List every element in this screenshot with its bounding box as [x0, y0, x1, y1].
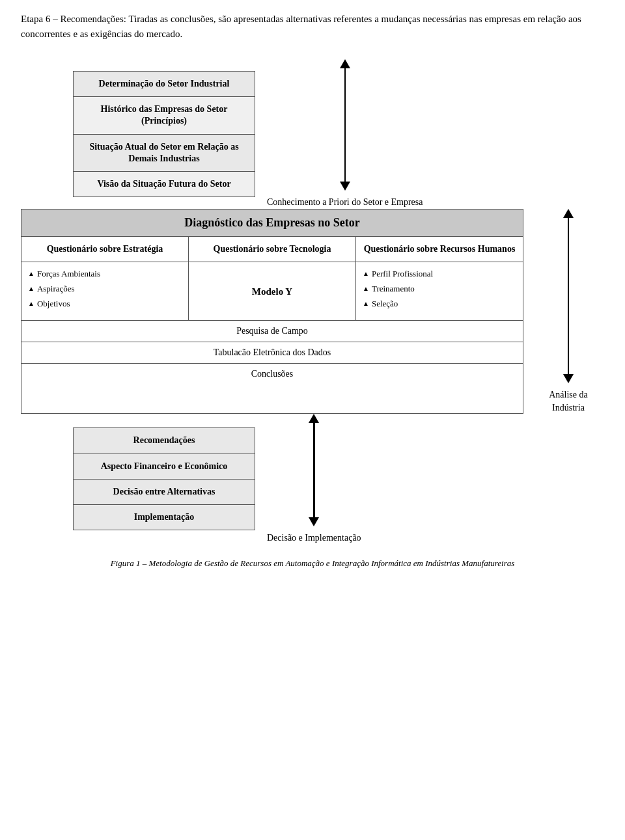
triangle-icon-4: ▲	[363, 269, 369, 279]
bullet-6: ▲ Seleção	[363, 297, 516, 311]
arrow-line-right	[568, 218, 570, 374]
diagnostic-content: Questionário sobre Estratégia Questionár…	[21, 237, 523, 385]
triangle-icon-6: ▲	[363, 299, 369, 309]
diagnostic-box: Diagnóstico das Empresas no Setor Questi…	[21, 209, 523, 414]
top-box-4: Visão da Situação Futura do Setor	[74, 172, 255, 196]
bullet-label-1: Forças Ambientais	[37, 267, 100, 281]
bullet-2: ▲ Aspirações	[28, 282, 182, 296]
bullet-5: ▲ Treinamento	[363, 282, 516, 296]
arrow-head-down-top	[340, 182, 350, 191]
right-arrow-section: Análise da Indústria	[533, 209, 604, 414]
top-boxes-container: Determinação do Setor Industrial Históri…	[73, 71, 255, 197]
top-arrow-container: Conhecimento a Priori do Setor e Empresa	[267, 59, 423, 209]
right-arrow-label-text: Análise da Indústria	[533, 388, 604, 414]
bullet-3: ▲ Objetivos	[28, 297, 182, 311]
bullet-label-4: Perfil Profissional	[372, 267, 433, 281]
diagnostic-title: Diagnóstico das Empresas no Setor	[21, 210, 523, 237]
arrow-line-bottom	[313, 423, 315, 517]
full-row-3: Conclusões	[21, 364, 523, 385]
arrow-line-top	[344, 68, 346, 182]
full-row-1: Pesquisa de Campo	[21, 321, 523, 342]
bottom-arrow-container: Decisão e Implementação	[267, 414, 361, 544]
top-section: Determinação do Setor Industrial Históri…	[21, 59, 604, 209]
arrow-head-up-right	[563, 209, 574, 218]
bottom-arrow-label: Decisão e Implementação	[267, 532, 361, 545]
sub-col-2: Modelo Y	[189, 262, 356, 320]
top-arrow-label: Conhecimento a Priori do Setor e Empresa	[267, 196, 423, 209]
bullet-label-6: Seleção	[372, 297, 398, 311]
triangle-icon-5: ▲	[363, 284, 369, 294]
bottom-box-2: Aspecto Financeiro e Econômico	[74, 454, 255, 480]
diagnostic-outer: Diagnóstico das Empresas no Setor Questi…	[21, 209, 604, 414]
questionnaire-row: Questionário sobre Estratégia Questionár…	[21, 237, 523, 262]
bottom-box-4: Implementação	[74, 505, 255, 530]
bullet-label-3: Objetivos	[37, 297, 70, 311]
triangle-icon-1: ▲	[28, 269, 35, 279]
arrow-head-down-bottom	[309, 517, 319, 526]
bullet-label-5: Treinamento	[372, 282, 415, 296]
bottom-section: Recomendações Aspecto Financeiro e Econô…	[21, 414, 604, 544]
bottom-box-1: Recomendações	[74, 428, 255, 454]
sub-col-3: ▲ Perfil Profissional ▲ Treinamento ▲ Se…	[356, 262, 523, 320]
arrow-head-down-right	[563, 374, 574, 383]
top-box-1: Determinação do Setor Industrial	[74, 72, 255, 97]
sub-col-1: ▲ Forças Ambientais ▲ Aspirações ▲ Objet…	[21, 262, 189, 320]
bullet-label-2: Aspirações	[37, 282, 75, 296]
q-col-3: Questionário sobre Recursos Humanos	[356, 237, 523, 262]
triangle-icon-3: ▲	[28, 299, 35, 309]
sub-row: ▲ Forças Ambientais ▲ Aspirações ▲ Objet…	[21, 262, 523, 321]
diagram-wrapper: Determinação do Setor Industrial Históri…	[21, 59, 604, 544]
intro-paragraph: Etapa 6 – Recomendações: Tiradas as conc…	[21, 12, 604, 41]
arrow-head-up-top	[340, 59, 350, 68]
q-col-2: Questionário sobre Tecnologia	[189, 237, 356, 262]
arrow-head-up-bottom	[309, 414, 319, 423]
bullet-1: ▲ Forças Ambientais	[28, 267, 182, 281]
triangle-icon-2: ▲	[28, 284, 35, 294]
bullet-4: ▲ Perfil Profissional	[363, 267, 516, 281]
full-row-2: Tabulacão Eletrônica dos Dados	[21, 342, 523, 364]
top-box-2: Histórico das Empresas do Setor (Princíp…	[74, 97, 255, 134]
bottom-boxes-container: Recomendações Aspecto Financeiro e Econô…	[73, 427, 255, 530]
bottom-box-3: Decisão entre Alternativas	[74, 480, 255, 505]
top-box-3: Situação Atual do Setor em Relação as De…	[74, 135, 255, 172]
figure-caption: Figura 1 – Metodologia de Gestão de Recu…	[21, 558, 604, 569]
q-col-1: Questionário sobre Estratégia	[21, 237, 189, 262]
